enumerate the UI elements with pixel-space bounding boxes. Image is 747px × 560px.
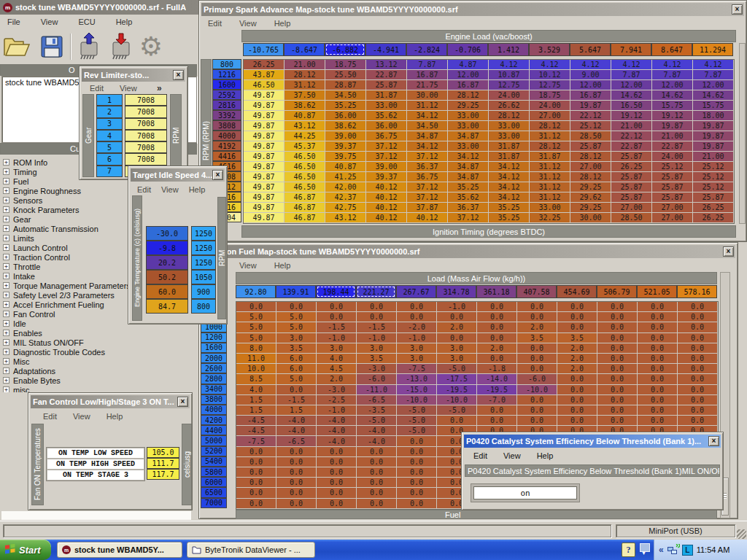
fuel-map-cell[interactable]: -3.5 (357, 405, 397, 416)
spark-map-cell[interactable]: 45.37 (285, 141, 325, 152)
fuel-map-cell[interactable]: 0.0 (397, 488, 437, 498)
spark-map-cell[interactable]: 34.87 (448, 162, 489, 172)
fuel-map-cell[interactable]: 0.0 (397, 499, 437, 509)
sidebar-item-enables[interactable]: +Enables (0, 328, 197, 338)
fan-close-icon[interactable]: × (177, 397, 188, 407)
fuel-map-cell[interactable]: 0.0 (397, 312, 437, 322)
rev-gear-cell[interactable]: 3 (96, 118, 123, 130)
fuel-map-cell[interactable]: 0.0 (236, 488, 276, 498)
fuel-map-cell[interactable]: 0.0 (477, 405, 517, 416)
fuel-map-cell[interactable]: 10.0 (236, 364, 276, 374)
rev-rpm-cell[interactable]: 7008 (125, 153, 167, 165)
spark-menu-view[interactable]: View (239, 19, 257, 28)
tree-expand-icon[interactable]: + (3, 386, 9, 392)
rev-gear-cell[interactable]: 7 (96, 166, 123, 177)
fuel-map-cell[interactable]: -5.0 (437, 364, 477, 374)
fuel-rpm-cell[interactable]: 6500 (201, 487, 227, 497)
idle-temp-cell[interactable]: -30.0 (146, 226, 188, 241)
tree-expand-icon[interactable]: + (3, 292, 9, 298)
tree-expand-icon[interactable]: + (3, 168, 9, 175)
start-button[interactable]: Start (0, 540, 51, 560)
spark-map-cell[interactable]: 25.87 (570, 141, 611, 152)
spark-map-cell[interactable]: 34.87 (448, 172, 489, 182)
fuel-map-cell[interactable]: 0.0 (597, 416, 638, 426)
spark-map-cell[interactable]: 36.75 (366, 131, 407, 141)
spark-map-cell[interactable]: 37.87 (407, 203, 448, 213)
fuel-rpm-cell[interactable]: 6000 (201, 477, 227, 487)
spark-rpm-cell[interactable]: 1216 (212, 69, 241, 79)
fuel-map-cell[interactable]: 0.0 (678, 374, 718, 384)
spark-map-cell[interactable]: 34.87 (407, 131, 448, 141)
sidebar-item-misc[interactable]: +misc (0, 385, 197, 392)
spark-map-cell[interactable]: 34.12 (489, 192, 530, 203)
fuel-map-cell[interactable]: 0.0 (236, 478, 276, 488)
spark-map-cell[interactable]: 40.12 (366, 182, 407, 192)
spark-map-cell[interactable]: 34.12 (489, 162, 530, 172)
spark-map-cell[interactable]: 33.00 (448, 121, 489, 131)
fuel-rpm-cell[interactable]: 1200 (201, 332, 227, 343)
spark-menu-help[interactable]: Help (274, 19, 291, 28)
spark-map-cell[interactable]: 12.00 (611, 80, 652, 90)
fan-menu-view[interactable]: View (73, 412, 90, 421)
fuel-map-cell[interactable]: 0.0 (638, 302, 678, 312)
spark-map-cell[interactable]: 14.62 (652, 90, 693, 101)
fuel-map-cell[interactable]: -19.5 (477, 385, 517, 395)
rev-gear-cell[interactable]: 1 (96, 94, 123, 106)
fuel-map-cell[interactable]: 0.0 (477, 322, 517, 332)
spark-map-cell[interactable]: 31.12 (530, 162, 570, 172)
fuel-map-cell[interactable]: -1.0 (357, 333, 397, 343)
fuel-map-cell[interactable]: 0.0 (477, 312, 517, 322)
spark-load-header[interactable]: -2.824 (406, 43, 447, 56)
spark-map-cell[interactable]: 34.12 (407, 141, 448, 152)
fuel-map-cell[interactable]: 3.0 (437, 343, 477, 354)
spark-map-cell[interactable]: 33.00 (448, 111, 489, 121)
fuel-rpm-cell[interactable]: 5400 (201, 456, 227, 467)
idle-temp-cell[interactable]: -9.8 (146, 241, 188, 255)
idle-menu-edit[interactable]: Edit (137, 185, 151, 194)
fan-value-cell[interactable]: 105.0 (147, 447, 179, 458)
fuel-map-cell[interactable]: 3.0 (357, 343, 397, 354)
fuel-map-cell[interactable]: 0.0 (236, 457, 276, 467)
help-tray-icon[interactable]: ? (622, 542, 635, 557)
spark-map-cell[interactable]: 31.87 (530, 152, 570, 162)
fuel-rpm-cell[interactable]: 5800 (201, 467, 227, 477)
spark-map-cell[interactable]: 12.75 (530, 80, 570, 90)
spark-map-cell[interactable]: 37.12 (366, 152, 407, 162)
spark-map-cell[interactable]: 19.12 (611, 111, 652, 121)
fuel-map-cell[interactable]: -4.0 (276, 426, 317, 436)
fuel-map-cell[interactable]: 0.0 (276, 457, 317, 467)
fuel-map-cell[interactable]: -10.0 (437, 395, 477, 405)
spark-map-cell[interactable]: 25.12 (693, 182, 734, 192)
fuel-maf-header[interactable]: 454.69 (557, 285, 597, 298)
fuel-map-cell[interactable]: 0.0 (276, 385, 317, 395)
spark-map-cell[interactable]: 49.87 (244, 101, 285, 111)
fan-value-cell[interactable]: 117.7 (147, 469, 179, 480)
tree-expand-icon[interactable]: + (3, 254, 9, 260)
spark-map-cell[interactable]: 25.87 (652, 172, 693, 182)
tree-expand-icon[interactable]: + (3, 235, 9, 241)
spark-map-cell[interactable]: 34.87 (448, 131, 489, 141)
spark-map-cell[interactable]: 46.50 (285, 162, 325, 172)
p0420-value-cell[interactable]: on (473, 486, 577, 499)
fuel-maf-header[interactable]: 198.44 (316, 285, 356, 298)
spark-map-cell[interactable]: 27.00 (530, 111, 570, 121)
fan-label-cell[interactable]: ON TEMP HIGH SPEED (47, 459, 144, 470)
fuel-map-cell[interactable]: 0.0 (517, 405, 557, 416)
chip-read-icon[interactable] (73, 32, 104, 61)
fuel-maf-header[interactable]: 221.27 (356, 285, 396, 298)
rev-gear-cell[interactable]: 5 (96, 141, 123, 153)
fuel-map-cell[interactable]: -1.0 (437, 302, 477, 312)
spark-map-cell[interactable]: 32.25 (530, 213, 570, 223)
menu-view[interactable]: View (41, 18, 58, 26)
spark-rpm-cell[interactable]: 2592 (212, 90, 241, 100)
spark-map-cell[interactable]: 22.87 (366, 70, 407, 80)
spark-map-cell[interactable]: 28.12 (530, 141, 570, 152)
p0420-menu-help[interactable]: Help (537, 451, 554, 460)
tree-expand-icon[interactable]: + (3, 159, 9, 166)
spark-map-cell[interactable]: 28.12 (570, 152, 611, 162)
spark-map-cell[interactable]: 19.87 (570, 101, 611, 111)
fan-menu-help[interactable]: Help (107, 412, 123, 421)
spark-map-cell[interactable]: 37.12 (407, 152, 448, 162)
fuel-map-cell[interactable]: 2.0 (517, 322, 557, 332)
spark-map-cell[interactable]: 24.00 (652, 152, 693, 162)
